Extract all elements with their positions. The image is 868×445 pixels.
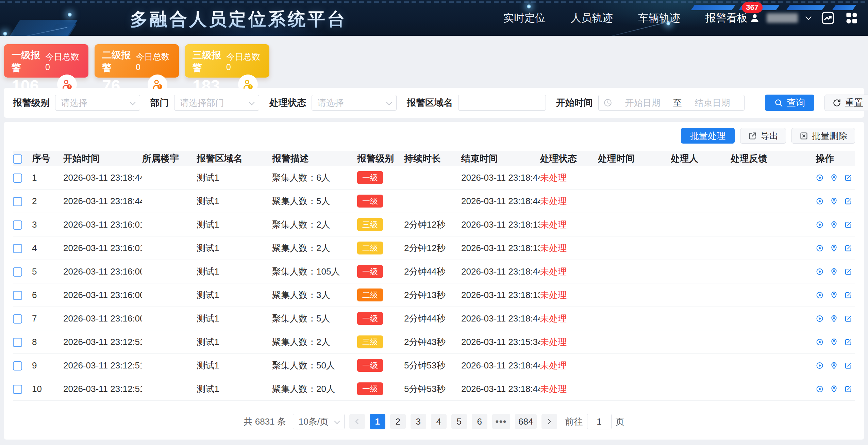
row-checkbox[interactable] xyxy=(13,291,22,300)
location-icon[interactable] xyxy=(830,267,838,276)
edit-icon[interactable] xyxy=(844,173,852,182)
edit-icon[interactable] xyxy=(844,337,852,347)
cell-index: 4 xyxy=(32,243,63,253)
page-ellipsis[interactable]: ••• xyxy=(492,414,510,429)
cell-start-time: 2026-03-11 23:16:00 xyxy=(63,266,142,277)
page-button-6[interactable]: 6 xyxy=(472,414,487,429)
row-actions xyxy=(816,244,855,253)
edit-icon[interactable] xyxy=(844,314,852,323)
view-icon[interactable] xyxy=(816,244,824,253)
view-icon[interactable] xyxy=(816,314,824,323)
handle-status-select[interactable]: 请选择 xyxy=(312,95,397,111)
chevron-down-icon[interactable] xyxy=(804,14,813,22)
alarm-card-一级报警[interactable]: 一级报警 今日总数 0 106 ! xyxy=(4,44,88,78)
edit-icon[interactable] xyxy=(844,220,852,229)
view-icon[interactable] xyxy=(816,173,824,182)
view-icon[interactable] xyxy=(816,291,824,300)
cell-index: 10 xyxy=(32,384,63,394)
location-icon[interactable] xyxy=(830,384,838,394)
view-icon[interactable] xyxy=(816,220,824,229)
cell-duration: 2分钟13秒 xyxy=(404,289,461,301)
edit-icon[interactable] xyxy=(844,197,852,206)
alarm-level-badge: 一级 xyxy=(357,171,383,184)
search-button[interactable]: 查询 xyxy=(765,95,814,111)
reset-button[interactable]: 重置 xyxy=(824,95,868,111)
location-icon[interactable] xyxy=(830,337,838,347)
export-button[interactable]: 导出 xyxy=(740,128,786,144)
cell-duration: 5分钟53秒 xyxy=(404,360,461,372)
date-range-picker[interactable]: 开始日期 至 结束日期 xyxy=(598,95,745,111)
batch-process-label: 批量处理 xyxy=(690,130,725,142)
row-actions xyxy=(816,220,855,229)
table-row: 2 2026-03-11 23:18:44 测试1 聚集人数：5人 一级 202… xyxy=(13,189,855,213)
row-checkbox[interactable] xyxy=(13,361,22,370)
nav-item-报警看板[interactable]: 报警看板367 xyxy=(705,11,748,25)
alarm-card-二级报警[interactable]: 二级报警 今日总数 0 76 ! xyxy=(95,44,179,78)
edit-icon[interactable] xyxy=(844,361,852,370)
prev-page-button[interactable] xyxy=(349,414,365,429)
page-button-4[interactable]: 4 xyxy=(431,414,447,429)
location-icon[interactable] xyxy=(830,173,838,182)
page-button-684[interactable]: 684 xyxy=(515,414,536,429)
row-actions xyxy=(816,197,855,206)
nav-item-车辆轨迹[interactable]: 车辆轨迹 xyxy=(638,11,680,25)
location-icon[interactable] xyxy=(830,314,838,323)
row-checkbox[interactable] xyxy=(13,314,22,324)
edit-icon[interactable] xyxy=(844,267,852,276)
location-icon[interactable] xyxy=(830,220,838,229)
alarm-level-badge: 三级 xyxy=(357,335,383,349)
page-button-5[interactable]: 5 xyxy=(451,414,467,429)
nav-item-实时定位[interactable]: 实时定位 xyxy=(503,11,546,25)
card-title: 三级报警 xyxy=(193,49,226,75)
cell-start-time: 2026-03-11 23:12:51 xyxy=(63,337,142,347)
alarm-level-badge: 三级 xyxy=(357,218,383,231)
department-select[interactable]: 请选择部门 xyxy=(174,95,259,111)
view-icon[interactable] xyxy=(816,267,824,276)
edit-icon[interactable] xyxy=(844,384,852,394)
location-icon[interactable] xyxy=(830,361,838,370)
filter-handle-status: 处理状态 请选择 xyxy=(269,95,397,111)
row-checkbox[interactable] xyxy=(13,267,22,277)
username-redacted[interactable] xyxy=(767,13,798,23)
page-size-select[interactable]: 10条/页 xyxy=(293,414,345,429)
edit-icon[interactable] xyxy=(844,291,852,300)
date-range-to-label: 至 xyxy=(673,97,682,109)
page-button-2[interactable]: 2 xyxy=(390,414,406,429)
alarm-level-select[interactable]: 请选择 xyxy=(55,95,140,111)
alarm-area-input[interactable] xyxy=(458,95,546,111)
batch-delete-button[interactable]: 批量删除 xyxy=(791,128,855,144)
row-checkbox[interactable] xyxy=(13,338,22,347)
edit-icon[interactable] xyxy=(844,244,852,253)
row-checkbox[interactable] xyxy=(13,197,22,206)
trend-chart-button[interactable] xyxy=(819,9,837,27)
svg-text:!: ! xyxy=(250,85,251,89)
row-checkbox[interactable] xyxy=(13,244,22,253)
page-button-1[interactable]: 1 xyxy=(370,414,385,429)
page-button-3[interactable]: 3 xyxy=(411,414,426,429)
delete-icon xyxy=(799,131,808,141)
select-all-checkbox[interactable] xyxy=(13,154,22,164)
card-title: 一级报警 xyxy=(12,49,45,75)
view-icon[interactable] xyxy=(816,361,824,370)
location-icon[interactable] xyxy=(830,291,838,300)
location-icon[interactable] xyxy=(830,197,838,206)
apps-grid-button[interactable] xyxy=(843,9,861,27)
next-page-button[interactable] xyxy=(541,414,557,429)
cell-duration: 5分钟53秒 xyxy=(404,383,461,395)
column-header-处理时间: 处理时间 xyxy=(598,152,671,165)
location-icon[interactable] xyxy=(830,244,838,253)
row-checkbox[interactable] xyxy=(13,174,22,183)
view-icon[interactable] xyxy=(816,337,824,347)
nav-item-人员轨迹[interactable]: 人员轨迹 xyxy=(571,11,613,25)
cell-duration: 2分钟43秒 xyxy=(404,336,461,348)
cell-end-time: 2026-03-11 23:15:34 xyxy=(461,337,540,347)
row-checkbox[interactable] xyxy=(13,385,22,394)
goto-page-input[interactable] xyxy=(587,414,612,429)
view-icon[interactable] xyxy=(816,384,824,394)
view-icon[interactable] xyxy=(816,197,824,206)
batch-process-button[interactable]: 批量处理 xyxy=(681,128,735,144)
card-count: 106 xyxy=(12,78,39,94)
alarm-card-三级报警[interactable]: 三级报警 今日总数 0 183 ! xyxy=(185,44,269,78)
refresh-icon xyxy=(832,98,841,108)
row-checkbox[interactable] xyxy=(13,220,22,230)
